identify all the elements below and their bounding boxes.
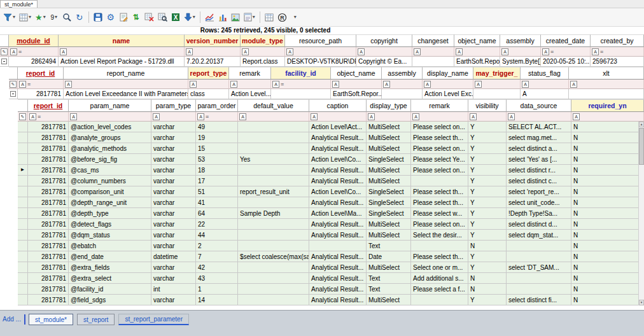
cell-param_order[interactable]: 18 — [196, 165, 238, 176]
cell-report_id[interactable]: 2817781 — [28, 284, 69, 295]
cell-caption[interactable]: Analytical Result... — [309, 165, 367, 176]
column-header-version_number[interactable]: version_number — [185, 34, 241, 47]
cell-report_id[interactable]: 2817781 — [28, 251, 69, 262]
cell-remark[interactable]: Action Level... — [229, 89, 271, 99]
cell-default_value[interactable] — [238, 262, 309, 273]
cell-visibility[interactable]: Y — [468, 154, 507, 165]
filter-mode-button[interactable]: A — [186, 48, 193, 55]
cell-visibility[interactable]: Y — [468, 143, 507, 154]
cell-report_id[interactable]: 2817781 — [28, 262, 69, 273]
column-header-report_type[interactable]: report_type — [188, 67, 229, 80]
filter-mode-button[interactable]: A — [272, 81, 279, 88]
column-header-object_name[interactable]: object_name — [454, 34, 500, 47]
cell-param_type[interactable]: int — [151, 284, 196, 295]
filter-mode-button[interactable]: A — [239, 113, 246, 120]
cell-visibility[interactable]: Y — [468, 176, 507, 186]
cell-param_name[interactable]: @field_sdgs — [69, 295, 151, 305]
column-header-module_id[interactable]: module_id — [9, 34, 59, 47]
filter-cell-caption[interactable]: A — [309, 112, 367, 122]
cell-param_type[interactable]: datetime — [151, 251, 196, 262]
cell-report_id[interactable]: 2817781 — [28, 197, 69, 208]
filter-cell-assembly[interactable]: A — [382, 80, 423, 89]
cell-display_type[interactable]: MultiSelect — [367, 143, 411, 154]
cell-created_date[interactable]: 2020-05-25 10:... — [541, 57, 591, 67]
cell-param_order[interactable]: 44 — [196, 230, 238, 241]
cell-caption[interactable]: Analytical Result... — [309, 273, 367, 284]
line-chart-button[interactable] — [204, 10, 216, 24]
cell-param_name[interactable]: @dqm_status — [69, 230, 151, 241]
cell-visibility[interactable]: Y — [468, 208, 507, 219]
cell-default_value[interactable] — [238, 230, 309, 241]
column-header-assembly[interactable]: assembly — [382, 67, 423, 80]
refresh-button[interactable]: ↻ — [74, 10, 85, 24]
cell-required_yn[interactable]: N — [571, 273, 644, 284]
filter-cell-copyright[interactable]: A — [356, 47, 412, 57]
cell-remark[interactable]: Please select th... — [411, 197, 468, 208]
cell-data_source[interactable]: select mag.met... — [507, 132, 571, 143]
cell-default_value[interactable]: Yes — [238, 154, 309, 165]
row-gutter[interactable] — [18, 219, 28, 230]
cell-required_yn[interactable]: N — [571, 295, 644, 305]
cell-visibility[interactable]: Y — [468, 132, 507, 143]
filter-cell-param_name[interactable]: A — [69, 112, 151, 122]
cell-caption[interactable]: Analytical Result... — [309, 262, 367, 273]
cell-copyright[interactable]: Copyright © Ea... — [356, 57, 412, 67]
edit-form-button[interactable] — [118, 10, 129, 24]
tab-splitter[interactable] — [24, 314, 25, 325]
scroll-up-icon[interactable]: ▲ — [639, 122, 644, 127]
cell-visibility[interactable]: N — [468, 284, 507, 295]
filter-mode-button[interactable]: A — [414, 48, 421, 55]
collapse-button[interactable] — [1, 59, 7, 64]
column-header-resource_path[interactable]: resource_path — [285, 34, 356, 47]
cell-report_id[interactable]: 2817781 — [28, 143, 69, 154]
filter-cell-object_name[interactable]: A — [454, 47, 500, 57]
filter-mode-button[interactable]: A — [197, 113, 204, 120]
column-header-status_flag[interactable]: status_flag — [521, 67, 569, 80]
filter-mode-button[interactable]: A — [70, 113, 77, 120]
cell-param_type[interactable]: varchar — [151, 154, 196, 165]
filter-cell-report_name[interactable]: A — [64, 80, 188, 89]
column-header-facility_id[interactable]: facility_id — [271, 67, 331, 80]
vertical-scrollbar[interactable]: ▲ ▼ — [638, 122, 644, 305]
cell-remark[interactable] — [411, 241, 468, 251]
row-gutter[interactable] — [18, 262, 28, 273]
filter-mode-button[interactable]: A — [456, 48, 463, 55]
cell-caption[interactable]: Analytical Result... — [309, 197, 367, 208]
cell-param_order[interactable]: 22 — [196, 219, 238, 230]
cell-param_type[interactable]: varchar — [151, 132, 196, 143]
row-gutter[interactable] — [9, 89, 18, 99]
row-gutter[interactable] — [18, 132, 28, 143]
column-header-report_id[interactable]: report_id — [18, 67, 64, 80]
cell-param_name[interactable]: @depth_range_unit — [69, 197, 151, 208]
cell-param_name[interactable]: @ebatch — [69, 241, 151, 251]
clear-grid-button[interactable] — [143, 10, 155, 24]
sort-arrows-button[interactable]: ⇅ — [130, 10, 142, 24]
filter-mode-button[interactable]: A — [542, 48, 549, 55]
cell-default_value[interactable] — [238, 176, 309, 186]
column-header-visibility[interactable]: visibility — [468, 99, 507, 112]
cell-param_name[interactable]: @detect_flags — [69, 219, 151, 230]
filter-cell-report_id[interactable]: A= — [18, 80, 64, 89]
row-gutter[interactable] — [18, 251, 28, 262]
filter-cell-remark[interactable]: A — [229, 80, 271, 89]
cell-remark[interactable]: Please select on... — [411, 165, 468, 176]
column-header-copyright[interactable]: copyright — [356, 34, 412, 47]
doc-tab-st_module[interactable]: st_module* — [29, 314, 73, 325]
filter-cell-may_trigger_[interactable]: A — [473, 80, 521, 89]
column-header-display_type[interactable]: display_type — [367, 99, 411, 112]
collapse-button[interactable] — [10, 91, 16, 97]
favorite-star-button[interactable]: ★▾ — [34, 10, 47, 24]
cell-param_type[interactable]: varchar — [151, 273, 196, 284]
cell-report_id[interactable]: 2817781 — [28, 219, 69, 230]
cell-visibility[interactable]: Y — [468, 230, 507, 241]
column-header-object_name[interactable]: object_name — [331, 67, 382, 80]
cell-report_id[interactable]: 2817781 — [28, 230, 69, 241]
cell-caption[interactable]: Analytical Result... — [309, 295, 367, 305]
cell-required_yn[interactable]: N — [571, 262, 644, 273]
cell-visibility[interactable]: Y — [468, 186, 507, 197]
column-header-remark[interactable]: remark — [411, 99, 468, 112]
cell-caption[interactable]: Analytical Result... — [309, 284, 367, 295]
column-header-name[interactable]: name — [59, 34, 185, 47]
column-header-may_trigger_[interactable]: may_trigger_ — [473, 67, 521, 80]
excel-export-button[interactable]: X — [170, 10, 181, 24]
